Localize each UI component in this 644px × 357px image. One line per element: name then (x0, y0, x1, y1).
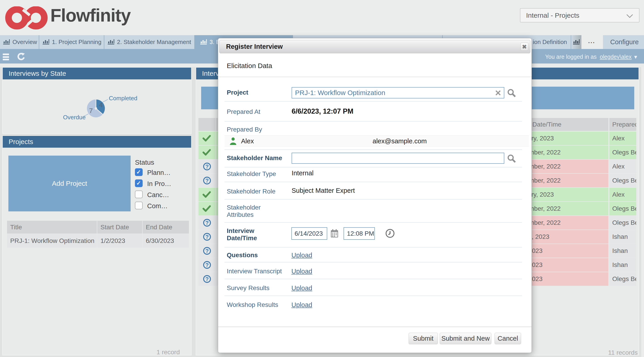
svg-text:Flowfinity: Flowfinity (50, 6, 131, 26)
svg-text:4: 4 (99, 101, 103, 109)
svg-text:7: 7 (89, 107, 93, 114)
svg-text:?: ? (206, 262, 209, 268)
svg-text:?: ? (206, 276, 209, 282)
svg-text:Overdue: Overdue (63, 114, 86, 121)
svg-text:?: ? (206, 248, 209, 254)
svg-text:?: ? (206, 234, 209, 240)
svg-text:?: ? (206, 164, 209, 170)
svg-text:?: ? (206, 178, 209, 184)
svg-text:Completed: Completed (109, 95, 138, 102)
svg-text:?: ? (206, 220, 209, 226)
